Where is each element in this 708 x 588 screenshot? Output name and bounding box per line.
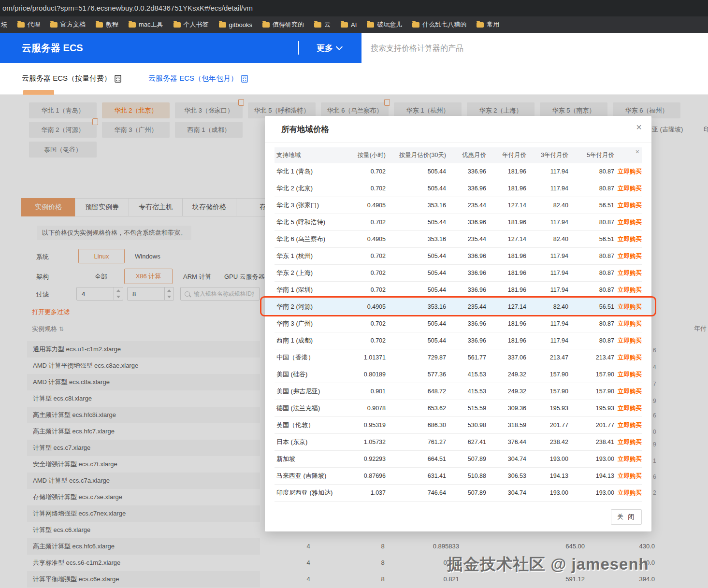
nav-tab-subscription[interactable]: 云服务器 ECS（包年包月） [148,74,248,83]
browser-url-bar[interactable]: om/price/product?spm=5176.ecsnewbuy.0.0.… [0,0,708,16]
bookmark-item[interactable]: gitbooks [219,21,252,29]
buy-now-link[interactable]: 立即购买 [614,371,642,379]
price-value: 249.32 [486,388,526,395]
price-value: 336.96 [446,168,486,175]
buy-now-link[interactable]: 立即购买 [614,472,642,480]
spec-search-input[interactable] [193,290,255,298]
price-table-row: 华南 3 (广州)0.702505.44336.96181.96117.9480… [275,316,642,332]
price-value: 117.94 [526,185,568,192]
buy-now-link[interactable]: 立即购买 [614,269,642,277]
buy-now-link[interactable]: 立即购买 [614,421,642,430]
price-tab[interactable]: 预留实例券 [75,198,129,216]
region-button[interactable]: 华北 3（张家口） [175,102,243,118]
price-tab[interactable]: 块存储价格 [182,198,236,216]
bookmark-item[interactable]: mac工具 [129,20,163,29]
buy-now-link[interactable]: 立即购买 [614,201,642,210]
step-down-button[interactable] [114,294,123,301]
region-button[interactable]: 华北 1（青岛） [29,102,97,118]
cpu-count-stepper[interactable] [76,287,123,301]
price-table-row: 中国（香港）1.01371729.87561.77337.06213.47213… [275,349,642,366]
bookmark-item[interactable]: AI [341,21,357,29]
region-button[interactable]: 泰国（曼谷） [29,142,97,158]
bookmark-item[interactable]: 教程 [96,20,118,29]
buy-now-link[interactable]: 立即购买 [614,489,642,497]
step-up-button[interactable] [165,287,173,294]
buy-now-link[interactable]: 立即购买 [614,455,642,463]
spec-search-box[interactable] [180,287,260,301]
instance-row: 计算平衡增强型 ecs.c6e.xlarge [27,571,260,588]
bookmark-item[interactable]: 坛 [1,20,7,29]
column-header: 支持地域 [275,151,349,159]
bookmark-item[interactable]: 破玩意儿 [367,20,402,29]
price-table-row: 美国 (硅谷)0.80189577.36415.53249.32157.9015… [275,366,642,383]
buy-now-link[interactable]: 立即购买 [614,438,642,446]
buy-now-link[interactable]: 立即购买 [614,387,642,396]
buy-now-link[interactable]: 立即购买 [614,337,642,345]
bookmark-item[interactable]: 什么乱七八糟的 [412,20,466,29]
buy-now-link[interactable]: 立即购买 [614,303,642,311]
buy-now-link[interactable]: 立即购买 [614,218,642,227]
cpu-count-stepper-input[interactable] [77,287,114,300]
step-down-button[interactable] [165,294,173,301]
region-button[interactable]: 华南 2（河源） [29,122,97,138]
memory-size-stepper-input[interactable] [128,287,164,300]
price-value: 194.13 [526,473,568,479]
bookmark-item[interactable]: 常用 [477,20,499,29]
bookmark-item[interactable]: 代理 [17,20,40,29]
region-label: 华北 2（北京） [115,106,158,115]
nav-tab-pay-as-you-go[interactable]: 云服务器 ECS（按量付费） [22,74,121,83]
price-value: 80.87 [568,320,614,327]
price-tab[interactable]: 实例价格 [21,198,75,216]
background-digit-partial: 4 [653,364,656,371]
arch-option-x86[interactable]: X86 计算 [124,269,173,284]
price-value: 127.14 [486,236,526,243]
buy-now-link[interactable]: 立即购买 [614,286,642,294]
arch-option-gpu[interactable]: GPU 云服务器 [224,272,265,281]
step-up-button[interactable] [114,287,123,294]
instance-spec-column-header[interactable]: 实例规格⇅ [32,325,64,333]
bookmark-item[interactable]: 云 [314,20,331,29]
region-name: 德国 (法兰克福) [275,404,349,413]
region-name: 中国（香港） [275,353,349,362]
memory-size-stepper[interactable] [127,287,174,301]
bookmark-item[interactable]: 值得研究的 [262,20,304,29]
price-value: 181.96 [486,270,526,276]
buy-now-link[interactable]: 立即购买 [614,252,642,260]
arch-option-arm[interactable]: ARM 计算 [183,272,212,281]
price-value: 304.74 [486,456,526,462]
price-tab[interactable]: 专有宿主机 [129,198,183,216]
buy-now-link[interactable]: 立即购买 [614,235,642,244]
more-filters-link[interactable]: 打开更多过滤 [32,308,70,316]
table-close-icon[interactable]: × [636,148,639,156]
price-value: 631.41 [386,473,446,479]
product-search-input[interactable] [370,38,700,59]
buy-now-link[interactable]: 立即购买 [614,320,642,328]
folder-icon [129,22,136,28]
region-name: 日本 (东京) [275,438,349,446]
price-value: 117.94 [526,168,568,175]
region-badge-icon [238,99,244,106]
price-value: 0.702 [349,287,386,293]
price-table-row: 华南 1 (深圳)0.702505.44336.96181.96117.9480… [275,282,642,299]
region-name: 印度尼西亚 (雅加达) [275,488,349,497]
system-option-linux[interactable]: Linux [78,249,125,263]
buy-now-link[interactable]: 立即购买 [614,354,642,362]
buy-now-link[interactable]: 立即购买 [614,168,642,176]
more-dropdown[interactable]: 更多 [317,33,342,63]
arch-option-all[interactable]: 全部 [95,272,107,281]
bookmark-item[interactable]: 官方文档 [50,20,86,29]
price-value: 0.4905 [349,236,386,243]
buy-now-link[interactable]: 立即购买 [614,404,642,413]
close-icon[interactable]: × [636,122,642,132]
close-button[interactable]: 关 闭 [611,509,642,525]
region-button[interactable]: 西南 1（成都） [175,122,243,138]
price-table: 支持地域按量(小时)按量月估价(30天)优惠月价年付月价3年付月价5年付月价×华… [265,147,651,502]
region-button[interactable]: 华南 3（广州） [102,122,170,138]
region-button[interactable]: 华北 2（北京） [102,102,170,118]
bookmark-item[interactable]: 个人书签 [173,20,209,29]
price-value: 238.42 [526,439,568,445]
buy-now-link[interactable]: 立即购买 [614,185,642,193]
price-table-row: 马来西亚 (吉隆坡)0.87696631.41510.88306.53194.1… [275,468,642,485]
more-label: 更多 [317,43,333,54]
system-option-windows[interactable]: Windows [135,253,160,260]
